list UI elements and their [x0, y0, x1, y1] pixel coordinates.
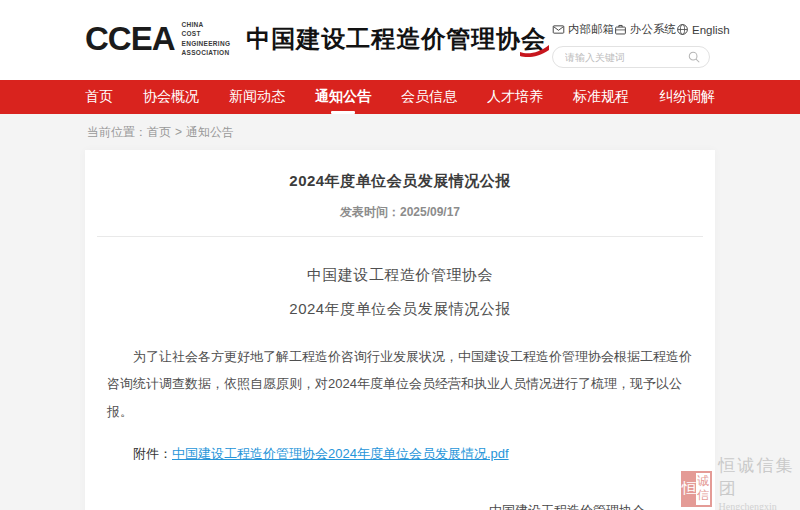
search-box [552, 46, 710, 68]
breadcrumb-separator: > [175, 125, 182, 139]
breadcrumb-current-link[interactable]: 通知公告 [186, 125, 234, 139]
nav-item-association-overview[interactable]: 协会概况 [143, 82, 199, 112]
breadcrumb-prefix: 当前位置： [87, 125, 147, 139]
publish-date-label: 发表时间： [340, 205, 400, 219]
signature-block: 中国建设工程造价管理协会 2025年9月17日 [489, 496, 645, 510]
nav-item-dispute-mediation[interactable]: 纠纷调解 [659, 82, 715, 112]
watermark-name-en: Hengchengxin Group [718, 501, 800, 510]
search-input[interactable] [565, 52, 687, 63]
logo-subtitle: CHINA COST ENGINEERING ASSOCIATION [182, 20, 231, 58]
site-title: 中国建设工程造价管理协会 [246, 23, 546, 55]
site-header: CCEA CHINA COST ENGINEERING ASSOCIATION … [0, 0, 800, 80]
nav-item-news[interactable]: 新闻动态 [229, 82, 285, 112]
title-divider [97, 236, 703, 237]
logo-acronym: CCEA [85, 22, 175, 55]
breadcrumb: 当前位置：首页>通知公告 [85, 114, 715, 150]
nav-item-standards[interactable]: 标准规程 [573, 82, 629, 112]
office-system-link[interactable]: 办公系统 [614, 22, 676, 37]
nav-item-home[interactable]: 首页 [85, 82, 113, 112]
attachment-label: 附件： [133, 446, 172, 461]
article-card: 2024年度单位会员发展情况公报 发表时间：2025/09/17 中国建设工程造… [85, 150, 715, 510]
publish-date-value: 2025/09/17 [400, 205, 460, 219]
article-heading-line2: 2024年度单位会员发展情况公报 [97, 300, 703, 319]
search-icon[interactable] [687, 50, 701, 64]
attachment-pdf-link[interactable]: 中国建设工程造价管理协会2024年度单位会员发展情况.pdf [172, 446, 509, 461]
mail-icon [552, 23, 565, 36]
internal-mail-link[interactable]: 内部邮箱 [552, 22, 614, 37]
logo-swoosh-icon [520, 45, 550, 58]
article-title: 2024年度单位会员发展情况公报 [97, 172, 703, 191]
nav-item-member-info[interactable]: 会员信息 [401, 82, 457, 112]
site-logo[interactable]: CCEA CHINA COST ENGINEERING ASSOCIATION … [85, 20, 546, 58]
nav-item-talent-training[interactable]: 人才培养 [487, 82, 543, 112]
article-heading-line1: 中国建设工程造价管理协会 [97, 266, 703, 285]
briefcase-icon [614, 23, 627, 36]
main-nav: 首页 协会概况 新闻动态 通知公告 会员信息 人才培养 标准规程 纠纷调解 [0, 80, 800, 114]
nav-item-notices[interactable]: 通知公告 [315, 82, 371, 112]
breadcrumb-home-link[interactable]: 首页 [147, 125, 171, 139]
english-link[interactable]: English [676, 23, 730, 36]
attachment-line: 附件：中国建设工程造价管理协会2024年度单位会员发展情况.pdf [133, 445, 693, 463]
globe-icon [676, 23, 689, 36]
signature-name: 中国建设工程造价管理协会 [489, 496, 645, 510]
watermark-name: 恒诚信集团 [718, 454, 800, 500]
utility-links: 内部邮箱 办公系统 English [552, 22, 710, 37]
article-paragraph: 为了让社会各方更好地了解工程造价咨询行业发展状况，中国建设工程造价管理协会根据工… [107, 343, 693, 425]
publish-date-line: 发表时间：2025/09/17 [97, 204, 703, 221]
